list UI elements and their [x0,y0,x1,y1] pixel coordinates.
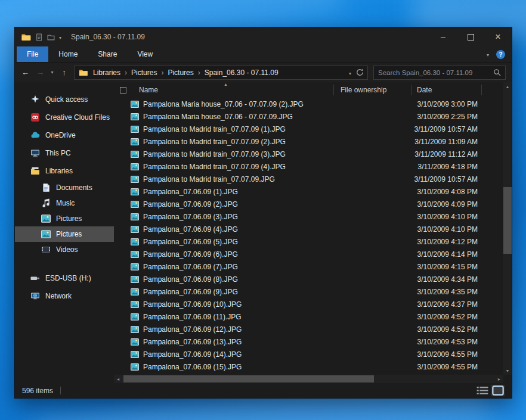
sidebar-item-label: ESD-USB (H:) [45,274,91,282]
expand-ribbon-chevron-icon[interactable] [487,50,489,58]
file-row[interactable]: Pampalona_07.06.09 (15).JPG 3/10/2009 4:… [114,360,503,373]
file-row[interactable]: Pampalona_07.06.09 (2).JPG 3/10/2009 4:0… [114,198,503,210]
horizontal-scrollbar[interactable] [114,375,503,383]
column-header-file-ownership[interactable]: File ownership [341,86,386,94]
maximize-button[interactable] [457,27,484,46]
navigation-pane: Quick access Creative Cloud Files OneDri… [15,82,114,375]
large-icons-view-button[interactable] [491,385,505,396]
close-button[interactable] [484,27,512,46]
file-row[interactable]: Pampalona to Madrid train_07.07.09 (3).J… [114,148,503,160]
sidebar-item-onedrive[interactable]: OneDrive [15,126,114,144]
column-divider[interactable] [481,85,482,95]
column-divider[interactable] [411,85,411,95]
sidebar-item-label: Pictures [56,230,82,238]
back-button[interactable] [18,66,32,80]
file-date: 3/10/2009 3:00 PM [411,100,478,108]
file-row[interactable]: Pampalona_07.06.09 (7).JPG 3/10/2009 4:1… [114,260,503,273]
help-icon[interactable] [496,50,505,59]
sidebar-item-this-pc[interactable]: This PC [15,144,114,162]
qat-new-folder-icon[interactable] [47,33,55,41]
sidebar-item-pictures[interactable]: Pictures [15,226,114,242]
select-all-checkbox[interactable] [120,87,126,94]
sidebar-item-icon [30,166,40,176]
image-file-icon [131,301,139,308]
sidebar-item-music[interactable]: Music [15,195,114,211]
window-title: Spain_06.30 - 07.11.09 [71,33,145,41]
qat-customize-chevron-icon[interactable] [59,33,61,41]
sidebar-item-icon [30,148,40,158]
file-row[interactable]: Pampalona_07.06.09 (8).JPG 3/10/2009 4:3… [114,273,503,285]
recent-locations-chevron-icon[interactable] [48,66,56,80]
sidebar-item-videos[interactable]: Videos [15,242,114,257]
ribbon-tab-file[interactable]: File [17,46,48,62]
breadcrumb-segment[interactable]: Pictures [129,69,165,77]
ribbon-tab-home[interactable]: Home [48,46,88,62]
file-row[interactable]: Pampalona Maria house_07.06 - 07.07.09 (… [114,98,503,110]
file-row[interactable]: Pampalona to Madrid train_07.07.09.JPG 3… [114,173,503,185]
search-box[interactable]: Search Spain_06.30 - 07.11.09 [373,66,506,80]
file-date: 3/10/2009 4:10 PM [411,225,478,234]
vertical-scrollbar-thumb[interactable] [503,187,512,254]
file-row[interactable]: Pampalona to Madrid train_07.07.09 (4).J… [114,160,503,173]
file-row[interactable]: Pampalona to Madrid train_07.07.09 (2).J… [114,135,503,148]
breadcrumb-segment[interactable]: Libraries [91,69,129,77]
sidebar-item-quick-access[interactable]: Quick access [15,91,114,108]
scroll-down-arrow-icon[interactable] [503,366,512,375]
file-row[interactable]: Pampalona_07.06.09 (5).JPG 3/10/2009 4:1… [114,235,503,248]
scroll-right-arrow-icon[interactable] [495,375,503,383]
address-bar[interactable]: Libraries Pictures Pictures [74,66,368,80]
ribbon-tab-view[interactable]: View [127,46,163,62]
up-button[interactable] [57,66,71,80]
qat-properties-icon[interactable] [35,33,43,41]
image-file-icon [131,276,139,283]
file-row[interactable]: Pampalona_07.06.09 (13).JPG 3/10/2009 4:… [114,335,503,348]
sidebar-item-label: Pictures [56,214,82,223]
refresh-icon[interactable] [355,68,364,77]
file-row[interactable]: Pampalona_07.06.09 (12).JPG 3/10/2009 4:… [114,323,503,335]
file-row[interactable]: Pampalona to Madrid train_07.07.09 (1).J… [114,123,503,135]
file-date: 3/10/2009 4:53 PM [411,338,478,346]
forward-button[interactable] [33,66,47,80]
file-row[interactable]: Pampalona Maria house_07.06 - 07.07.09.J… [114,110,503,123]
file-date: 3/10/2009 4:55 PM [411,350,478,359]
search-icon[interactable] [493,69,501,76]
horizontal-scrollbar-thumb[interactable] [123,375,374,382]
minimize-button[interactable] [429,27,457,46]
column-header-date[interactable]: Date [417,86,432,94]
sidebar-item-label: OneDrive [45,131,76,139]
file-name: Pampalona_07.06.09 (14).JPG [143,350,242,359]
address-dropdown-chevron-icon[interactable] [346,69,354,77]
vertical-scrollbar[interactable] [503,82,512,375]
breadcrumb-segment[interactable]: Spain_06.30 - 07.11.09 [202,69,281,77]
file-row[interactable]: Pampalona_07.06.09 (9).JPG 3/10/2009 4:3… [114,285,503,298]
sidebar-item-pictures[interactable]: Pictures [15,211,114,226]
file-row[interactable]: Pampalona_07.06.09 (1).JPG 3/10/2009 4:0… [114,185,503,198]
sidebar-item-icon [30,113,40,122]
file-row[interactable]: Pampalona_07.06.09 (11).JPG 3/10/2009 4:… [114,310,503,323]
file-row[interactable]: Pampalona_07.06.09 (14).JPG 3/10/2009 4:… [114,348,503,360]
file-name: Pampalona to Madrid train_07.07.09 (2).J… [143,138,286,146]
sidebar-item-icon [30,130,40,140]
sidebar-item-documents[interactable]: Documents [15,180,114,195]
sidebar-item-esd-usb-h[interactable]: ESD-USB (H:) [15,269,114,287]
file-list: Pampalona Maria house_07.06 - 07.07.09 (… [114,98,503,375]
sidebar-item-libraries[interactable]: Libraries [15,162,114,180]
image-file-icon [131,313,139,321]
file-row[interactable]: Pampalona_07.06.09 (4).JPG 3/10/2009 4:1… [114,223,503,235]
scroll-left-arrow-icon[interactable] [114,375,122,383]
ribbon-tab-share[interactable]: Share [88,46,127,62]
breadcrumb-separator-icon [123,69,129,77]
column-divider[interactable] [333,85,334,95]
file-row[interactable]: Pampalona_07.06.09 (3).JPG 3/10/2009 4:1… [114,210,503,223]
breadcrumb-segment[interactable]: Pictures [165,69,202,77]
details-view-button[interactable] [476,385,489,396]
column-header-name[interactable]: Name [139,86,158,94]
sidebar-item-network[interactable]: Network [15,287,114,305]
scroll-up-arrow-icon[interactable] [503,82,512,91]
horizontal-scrollbar-track[interactable] [122,375,495,383]
titlebar[interactable]: Spain_06.30 - 07.11.09 [15,27,512,46]
sidebar-item-creative-cloud-files[interactable]: Creative Cloud Files [15,108,114,126]
search-placeholder: Search Spain_06.30 - 07.11.09 [378,69,493,76]
file-row[interactable]: Pampalona_07.06.09 (6).JPG 3/10/2009 4:1… [114,248,503,260]
file-row[interactable]: Pampalona_07.06.09 (10).JPG 3/10/2009 4:… [114,298,503,310]
